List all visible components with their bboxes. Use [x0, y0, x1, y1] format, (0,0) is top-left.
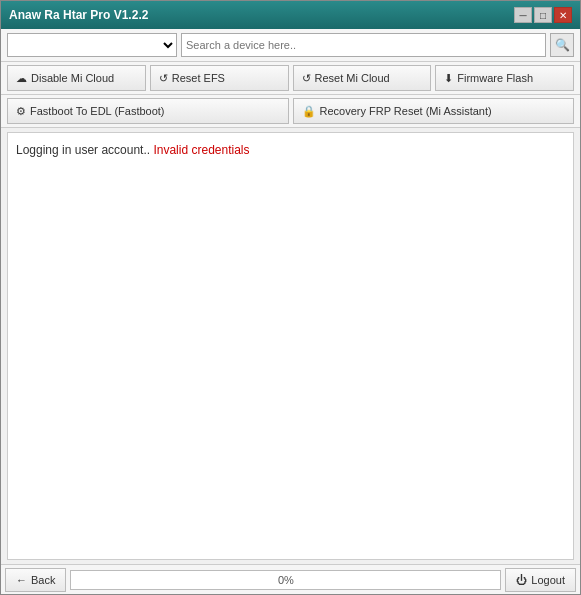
status-bar: ← Back 0% ⏻ Logout — [1, 564, 580, 594]
toolbar-row2: ☁ Disable Mi Cloud ↺ Reset EFS ↺ Reset M… — [1, 62, 580, 95]
window-title: Anaw Ra Htar Pro V1.2.2 — [9, 8, 148, 22]
back-icon: ← — [16, 574, 27, 586]
logout-button[interactable]: ⏻ Logout — [505, 568, 576, 592]
toolbar-row3: ⚙ Fastboot To EDL (Fastboot) 🔒 Recovery … — [1, 95, 580, 128]
back-label: Back — [31, 574, 55, 586]
firmware-flash-button[interactable]: ⬇ Firmware Flash — [435, 65, 574, 91]
reset-cloud-icon: ↺ — [302, 72, 311, 85]
search-input[interactable] — [181, 33, 546, 57]
search-icon: 🔍 — [555, 38, 570, 52]
recovery-icon: 🔒 — [302, 105, 316, 118]
cloud-off-icon: ☁ — [16, 72, 27, 85]
back-button[interactable]: ← Back — [5, 568, 66, 592]
device-select[interactable] — [7, 33, 177, 57]
log-area: Logging in user account.. Invalid creden… — [7, 132, 574, 560]
fastboot-icon: ⚙ — [16, 105, 26, 118]
reset-mi-cloud-button[interactable]: ↺ Reset Mi Cloud — [293, 65, 432, 91]
main-window: Anaw Ra Htar Pro V1.2.2 ─ □ ✕ 🔍 ☁ Disabl… — [0, 0, 581, 595]
reset-efs-button[interactable]: ↺ Reset EFS — [150, 65, 289, 91]
disable-mi-cloud-button[interactable]: ☁ Disable Mi Cloud — [7, 65, 146, 91]
log-text-normal: Logging in user account.. — [16, 143, 153, 157]
reset-efs-icon: ↺ — [159, 72, 168, 85]
firmware-icon: ⬇ — [444, 72, 453, 85]
log-text-error: Invalid credentials — [153, 143, 249, 157]
toolbar-row1: 🔍 — [1, 29, 580, 62]
title-bar: Anaw Ra Htar Pro V1.2.2 ─ □ ✕ — [1, 1, 580, 29]
recovery-frp-button[interactable]: 🔒 Recovery FRP Reset (Mi Assistant) — [293, 98, 575, 124]
progress-bar: 0% — [70, 570, 501, 590]
log-line-1: Logging in user account.. Invalid creden… — [16, 141, 565, 160]
fastboot-edl-button[interactable]: ⚙ Fastboot To EDL (Fastboot) — [7, 98, 289, 124]
logout-label: Logout — [531, 574, 565, 586]
logout-icon: ⏻ — [516, 574, 527, 586]
close-button[interactable]: ✕ — [554, 7, 572, 23]
window-controls: ─ □ ✕ — [514, 7, 572, 23]
maximize-button[interactable]: □ — [534, 7, 552, 23]
search-button[interactable]: 🔍 — [550, 33, 574, 57]
progress-label: 0% — [278, 574, 294, 586]
minimize-button[interactable]: ─ — [514, 7, 532, 23]
